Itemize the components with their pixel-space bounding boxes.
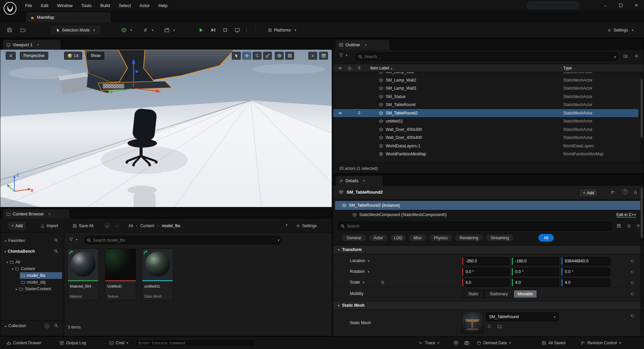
close-icon[interactable]: × [48, 212, 51, 216]
browse-level-button[interactable] [17, 25, 28, 35]
console-command-field[interactable] [136, 339, 255, 347]
close-icon[interactable]: × [37, 43, 39, 47]
save-button[interactable] [4, 25, 15, 35]
location-z-field[interactable]: 638448840.0 [561, 257, 610, 265]
toolbar-expand-button[interactable]: » [308, 52, 317, 60]
scale-x-field[interactable]: 4.0 [462, 279, 509, 287]
blueprints-button[interactable]: ▾ [140, 25, 157, 35]
favorites-section[interactable]: ▸ Favorites [5, 237, 61, 244]
static-mesh-dropdown[interactable]: SM_TableRound ▾ [486, 312, 558, 321]
outliner-new-folder-button[interactable] [624, 54, 628, 59]
cb-settings-button[interactable]: Settings [296, 221, 317, 230]
outliner-row-partial[interactable]: SM_Lamp_Wall StaticMeshActor [333, 72, 638, 76]
scale-y-field[interactable]: 4.0 [512, 279, 559, 287]
lit-dropdown[interactable]: Lit [64, 52, 82, 60]
unreal-logo[interactable] [3, 1, 17, 15]
asset-tile-texture[interactable]: Untitled1 Texture [105, 249, 136, 300]
console-command-input[interactable] [139, 341, 252, 345]
save-all-button[interactable]: Save All [70, 221, 96, 230]
play-button[interactable] [196, 25, 206, 35]
tab-lod[interactable]: LOD [390, 234, 406, 242]
rotation-x-field[interactable]: 0.0 ° [462, 268, 509, 276]
close-icon[interactable]: × [365, 43, 367, 47]
snap-toggle[interactable] [285, 52, 294, 60]
details-settings-icon[interactable] [636, 224, 640, 229]
forward-button[interactable]: → [113, 222, 120, 229]
tab-actor[interactable]: Actor [369, 234, 388, 242]
close-icon[interactable]: × [363, 179, 365, 183]
mobility-static-button[interactable]: Static [463, 290, 484, 298]
mobility-movable-button[interactable]: Movable [514, 290, 537, 298]
tab-misc[interactable]: Misc [408, 234, 427, 242]
blueprint-convert-icon[interactable] [611, 190, 615, 195]
trace-dropdown[interactable]: Trace ▾ [419, 337, 439, 349]
add-collection-icon[interactable]: + [45, 323, 49, 328]
asset-search-input[interactable] [93, 238, 274, 243]
tree-item-model-fbx[interactable]: model_fbx [20, 272, 62, 279]
breadcrumb-content[interactable]: Content [140, 223, 154, 228]
minimize-button[interactable]: – [598, 0, 613, 11]
outliner-filter-button[interactable]: ▾ [339, 53, 347, 57]
all-saved-indicator[interactable]: All Saved [542, 337, 566, 349]
static-mesh-thumbnail[interactable] [461, 312, 483, 334]
edit-in-cpp-link[interactable]: Edit in C++ [616, 212, 636, 217]
add-component-button[interactable]: + Add [579, 189, 598, 197]
details-scrollbar[interactable] [640, 186, 643, 335]
search-icon[interactable] [54, 249, 58, 253]
pin-icon[interactable] [357, 111, 361, 116]
outliner-row[interactable]: WorldPartitionMiniMap WorldPartitionMini… [333, 150, 638, 158]
scale-tool[interactable] [263, 52, 272, 60]
add-asset-button[interactable]: + Add [8, 221, 26, 230]
outliner-tab[interactable]: Outliner × [336, 40, 389, 50]
frame-skip-button[interactable] [208, 25, 218, 35]
content-drawer-button[interactable]: Content Drawer [7, 337, 41, 349]
breadcrumb-model-fbx[interactable]: model_fbx [162, 223, 180, 228]
details-grid-view-icon[interactable] [617, 224, 621, 229]
browse-to-asset-icon[interactable] [497, 325, 501, 330]
titlebar-pill[interactable] [527, 2, 579, 9]
cmd-dropdown[interactable]: Cmd ▾ [109, 337, 128, 349]
outliner-scrollbar[interactable] [640, 72, 643, 163]
rotate-tool[interactable] [253, 52, 262, 60]
revision-control-dropdown[interactable]: Revision Control ▾ [581, 337, 621, 349]
mobility-stationary-button[interactable]: Stationary [484, 290, 514, 298]
menu-actor[interactable]: Actor [135, 0, 154, 11]
reset-location-icon[interactable] [630, 259, 634, 264]
outliner-row[interactable]: SM_TableRound StaticMeshActor [333, 101, 638, 109]
outliner-row-selected[interactable]: SM_TableRound2 StaticMeshActor [333, 109, 638, 117]
screenshot-button[interactable] [464, 337, 469, 349]
reset-rotation-icon[interactable] [630, 270, 634, 275]
content-browser-tab[interactable]: Content Browser × [3, 209, 69, 218]
derived-data-dropdown[interactable]: Derived Data ▾ [477, 337, 511, 349]
pin-column-icon[interactable] [357, 66, 361, 71]
move-tool[interactable] [242, 52, 251, 60]
location-label[interactable]: Location ▾ [350, 258, 370, 263]
asset-tile-material[interactable]: Material_004 Material [67, 249, 99, 300]
menu-tools[interactable]: Tools [77, 0, 96, 11]
outliner-row[interactable]: WorldDataLayers-1 WorldDataLayers [333, 142, 638, 150]
reset-static-mesh-icon[interactable] [630, 314, 634, 319]
rotation-label[interactable]: Rotation ▾ [350, 269, 369, 274]
search-icon[interactable] [54, 238, 58, 242]
menu-help[interactable]: Help [154, 0, 172, 11]
scrollbar-thumb[interactable] [641, 188, 643, 238]
location-y-field[interactable]: -160.0 [512, 257, 559, 265]
help-icon[interactable]: ? [622, 189, 628, 194]
output-log-button[interactable]: Output Log [60, 337, 86, 349]
instance-row[interactable]: SM_TableRound2 (Instance) [335, 201, 641, 210]
asset-filter-button[interactable]: ▾ [69, 237, 77, 241]
component-row[interactable]: StaticMeshComponent (StaticMeshComponent… [335, 210, 641, 219]
details-tab[interactable]: Details × [336, 176, 383, 186]
path-dropdown-icon[interactable]: ▾ [286, 223, 287, 227]
transform-section-header[interactable]: ▾ Transform [333, 245, 644, 254]
collection-section[interactable]: ▸ Collection + [5, 322, 61, 329]
rotation-y-field[interactable]: 0.0 ° [512, 268, 559, 276]
scale-label[interactable]: Scale ▾ [350, 280, 364, 285]
outliner-row[interactable]: SM_Statue StaticMeshActor [333, 93, 638, 101]
tab-physics[interactable]: Physics [429, 234, 452, 242]
tab-all[interactable]: All [538, 234, 554, 242]
scale-z-field[interactable]: 4.0 [561, 279, 610, 287]
menu-file[interactable]: File [21, 0, 37, 11]
viewport-menu-button[interactable]: ≡ [6, 52, 16, 60]
star-column-icon[interactable] [347, 66, 352, 71]
